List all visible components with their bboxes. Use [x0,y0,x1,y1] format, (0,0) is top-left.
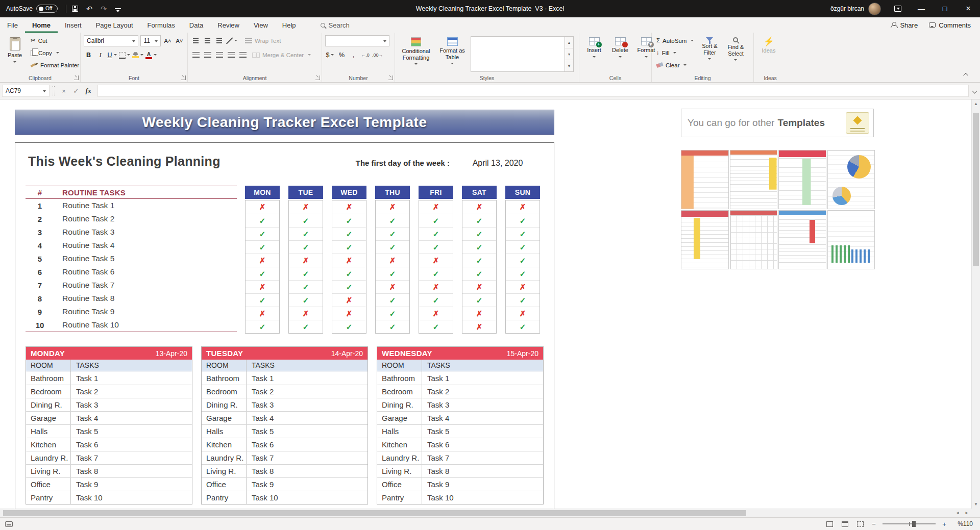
task-cell[interactable]: Task 1 [71,374,192,383]
zoom-in-button[interactable]: + [939,519,949,529]
account-control[interactable]: özgür bircan [825,3,886,15]
mark-cell-check[interactable]: ✓ [506,227,540,240]
mark-cell-check[interactable]: ✓ [506,240,540,254]
mark-cell-check[interactable]: ✓ [506,320,540,333]
room-cell[interactable]: Dining R. [26,398,71,411]
mark-cell-check[interactable]: ✓ [462,214,496,227]
clipboard-dialog-launcher[interactable] [74,75,79,80]
day-table-header[interactable]: TUESDAY14-Apr-20 [202,347,368,360]
routine-task-cell[interactable]: Routine Task 5 [54,254,114,263]
template-thumbnail-bars[interactable] [827,210,875,269]
task-cell[interactable]: Task 1 [247,374,368,383]
excelmates-logo[interactable] [846,112,869,134]
mark-cell-x[interactable]: ✗ [332,200,366,214]
room-cell[interactable]: Garage [26,412,71,424]
align-middle-button[interactable] [203,36,212,46]
mark-cell-check[interactable]: ✓ [289,320,323,333]
day-header-thu[interactable]: THU [375,186,410,199]
task-cell[interactable]: Task 5 [422,427,543,436]
collapse-ribbon-button[interactable] [962,71,971,78]
room-cell[interactable]: Garage [202,412,247,424]
align-top-button[interactable] [191,36,201,46]
day-table-header[interactable]: MONDAY13-Apr-20 [26,347,192,360]
find-select-button[interactable]: Find & Select [724,35,747,63]
task-cell[interactable]: Task 5 [247,427,368,436]
page-break-view-button[interactable] [853,519,867,529]
room-cell[interactable]: Laundry R. [202,451,247,464]
clear-button[interactable]: Clear [655,60,695,70]
template-thumbnail-dense[interactable] [730,150,778,209]
mark-cell-check[interactable]: ✓ [332,320,366,333]
room-cell[interactable]: Pantry [202,491,247,504]
mark-cell-check[interactable]: ✓ [506,254,540,267]
mark-cell-x[interactable]: ✗ [462,307,496,320]
task-cell[interactable]: Task 1 [422,374,543,383]
mark-cell-x[interactable]: ✗ [376,254,409,267]
room-header[interactable]: ROOM [202,360,247,371]
day-header-sat[interactable]: SAT [462,186,497,199]
share-button[interactable]: Share [891,21,918,29]
first-day-value[interactable]: April 13, 2020 [454,159,542,168]
tab-review[interactable]: Review [210,17,247,33]
mark-cell-check[interactable]: ✓ [289,293,323,307]
room-cell[interactable]: Bathroom [377,371,422,385]
task-cell[interactable]: Task 7 [71,453,192,462]
room-cell[interactable]: Office [26,478,71,491]
mark-cell-x[interactable]: ✗ [246,200,279,214]
routine-number-cell[interactable]: 3 [26,228,54,237]
routine-number-cell[interactable]: 2 [26,215,54,223]
autosave-toggle[interactable]: Off [36,5,58,13]
room-cell[interactable]: Pantry [26,491,71,504]
horizontal-scroll-thumb[interactable] [3,510,746,516]
room-cell[interactable]: Kitchen [26,438,71,451]
formula-input[interactable] [97,85,969,97]
tab-help[interactable]: Help [275,17,303,33]
format-painter-button[interactable]: Format Painter [29,60,81,70]
room-cell[interactable]: Garage [377,412,422,424]
room-cell[interactable]: Laundry R. [26,451,71,464]
mark-cell-check[interactable]: ✓ [376,320,409,333]
borders-button[interactable] [119,50,130,60]
italic-button[interactable]: I [95,50,105,60]
worksheet-area[interactable]: Weekly Cleaning Tracker Excel Template Y… [0,99,971,509]
mark-cell-check[interactable]: ✓ [289,240,323,254]
task-cell[interactable]: Task 6 [422,440,543,449]
mark-cell-check[interactable]: ✓ [332,280,366,293]
room-cell[interactable]: Halls [26,425,71,438]
mark-cell-check[interactable]: ✓ [246,227,279,240]
mark-cell-check[interactable]: ✓ [506,267,540,280]
close-button[interactable]: × [957,0,980,17]
routine-number-cell[interactable]: 9 [26,308,54,316]
routine-number-header[interactable]: # [26,188,54,197]
mark-cell-check[interactable]: ✓ [462,227,496,240]
routine-number-cell[interactable]: 7 [26,281,54,290]
room-cell[interactable]: Living R. [26,465,71,477]
routine-task-cell[interactable]: Routine Task 7 [54,281,114,290]
mark-cell-x[interactable]: ✗ [376,200,409,214]
page-title[interactable]: This Week's Cleaning Planning [28,154,220,169]
redo-button[interactable]: ↷ [97,2,110,15]
templates-promo-box[interactable]: You can go for other Templates [681,109,874,137]
gallery-up-button[interactable]: ▲ [565,37,573,48]
mark-cell-x[interactable]: ✗ [246,254,279,267]
mark-cell-x[interactable]: ✗ [332,307,366,320]
room-cell[interactable]: Bedroom [377,385,422,398]
fill-button[interactable]: ↓Fill [655,47,695,58]
mark-cell-check[interactable]: ✓ [462,254,496,267]
mark-cell-x[interactable]: ✗ [246,307,279,320]
align-center-button[interactable] [203,50,212,60]
autosum-button[interactable]: ΣAutoSum [655,35,695,46]
mark-cell-check[interactable]: ✓ [376,307,409,320]
enter-button[interactable]: ✓ [70,85,82,97]
routine-task-cell[interactable]: Routine Task 9 [54,307,114,316]
task-cell[interactable]: Task 8 [247,467,368,475]
mark-cell-check[interactable]: ✓ [332,227,366,240]
wrap-text-button[interactable]: Wrap Text [243,35,282,46]
align-bottom-button[interactable] [214,36,224,46]
mark-cell-check[interactable]: ✓ [289,267,323,280]
font-size-select[interactable]: 11 [140,35,161,46]
room-cell[interactable]: Halls [377,425,422,438]
room-cell[interactable]: Bedroom [202,385,247,398]
mark-cell-check[interactable]: ✓ [419,227,453,240]
page-layout-view-button[interactable] [838,519,851,529]
